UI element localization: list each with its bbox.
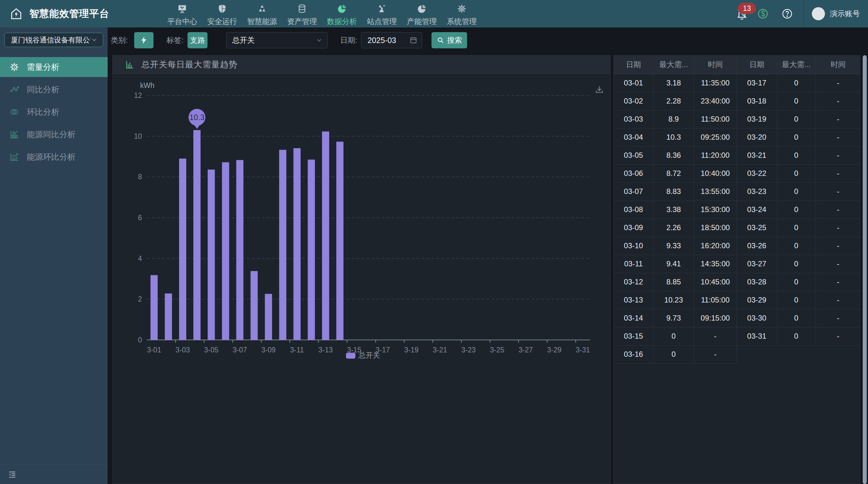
svg-text:8: 8 [138,173,142,181]
table-cell [815,345,861,363]
table-cell: 03-03 [614,110,653,128]
svg-text:3-09: 3-09 [261,346,276,354]
svg-text:10: 10 [134,132,142,140]
table-cell: 03-25 [737,219,777,237]
chart-bar[interactable] [322,132,329,340]
table-cell: 03-17 [737,74,777,92]
table-cell: 03-01 [614,74,653,92]
scatter-icon [9,85,19,95]
table-cell: - [815,291,861,309]
chart-bar[interactable] [265,294,272,340]
table-cell: - [815,219,861,237]
chart-bar[interactable] [150,275,158,340]
nav-item-站点管理[interactable]: 站点管理 [362,1,402,27]
sidebar-item-label: 同比分析 [27,84,59,95]
trend-chart-icon [9,152,19,162]
demand-data-table: 日期最大需...时间日期最大需...时间 03-013.1811:35:0003… [614,56,861,364]
chart-bar[interactable] [208,170,215,340]
chart-bar[interactable] [236,160,243,340]
table-cell: 9.33 [653,237,694,255]
sidebar-item-label: 需量分析 [27,62,59,73]
nav-item-数据分析[interactable]: 数据分析 [322,1,362,27]
table-row: 03-038.911:50:0003-190- [614,110,861,128]
nav-item-资产管理[interactable]: 资产管理 [282,1,322,27]
table-cell: 9.41 [653,255,694,273]
nav-item-平台中心[interactable]: 平台中心 [162,1,202,27]
avatar[interactable] [812,7,825,20]
chart-bar[interactable] [179,159,186,340]
svg-text:6: 6 [138,214,142,222]
tag-branch-button[interactable]: 支路 [187,32,208,49]
sidebar-menu: 需量分析同比分析环比分析能源同比分析能源环比分析 [0,57,107,167]
chart-panel-body: kWh 0246810123-013-033-053-073-093-113-1… [113,74,610,484]
table-cell: 03-07 [614,183,653,200]
table-cell: 03-06 [614,164,653,183]
link-circle-icon[interactable] [757,8,769,19]
table-cell: 16:20:00 [694,237,737,255]
sidebar-item-同比分析[interactable]: 同比分析 [0,79,107,99]
table-cell: 10:40:00 [694,164,737,183]
table-cell: - [815,273,861,291]
sidebar-item-能源同比分析[interactable]: 能源同比分析 [0,124,107,144]
chart-bar[interactable] [308,160,315,340]
chart-bar[interactable] [251,271,258,340]
chart-canvas[interactable]: 0246810123-013-033-053-073-093-113-133-1… [113,74,610,484]
table-row: 03-1310.2311:05:0003-290- [614,291,861,309]
nav-item-label: 智慧能源 [247,17,277,27]
svg-text:3-01: 3-01 [147,346,161,354]
recycle-icon [257,4,267,14]
svg-text:4: 4 [138,255,142,263]
nav-item-安全运行[interactable]: 安全运行 [202,1,242,27]
table-cell: 13:55:00 [694,183,737,200]
nav-item-label: 站点管理 [367,17,397,27]
help-icon[interactable] [782,8,793,19]
chart-bar[interactable] [293,148,301,340]
company-select[interactable]: 厦门锐谷通信设备有限公司 [4,33,103,47]
category-electric-button[interactable] [134,32,154,49]
nav-item-label: 平台中心 [167,17,197,27]
chart-bar[interactable] [336,141,343,340]
notifications-button[interactable]: 13 [736,8,748,20]
chart-bar[interactable] [222,162,229,340]
chart-bar[interactable] [193,130,200,340]
table-cell: 0 [777,237,815,255]
breaker-select[interactable]: 总开关 [226,32,328,49]
table-cell: 03-10 [614,237,653,255]
sidebar-item-label: 能源环比分析 [27,152,75,162]
table-cell: 8.85 [653,273,694,291]
nav-item-产能管理[interactable]: 产能管理 [402,1,442,27]
table-column-header: 日期 [737,56,777,74]
table-cell: 0 [777,146,815,164]
table-cell: 8.72 [653,164,694,183]
account-name[interactable]: 演示账号 [830,9,860,19]
nav-item-智慧能源[interactable]: 智慧能源 [242,1,282,27]
table-cell: 3.18 [653,74,694,92]
table-cell: 03-04 [614,128,653,146]
table-column-header: 日期 [614,56,653,74]
collapse-sidebar-icon[interactable] [7,470,17,479]
table-cell: 10:45:00 [694,273,737,291]
sidebar-item-能源环比分析[interactable]: 能源环比分析 [0,147,107,167]
svg-text:2: 2 [138,295,142,303]
chart-bar[interactable] [165,293,172,340]
table-cell: 0 [777,219,815,237]
table-cell: 0 [653,327,694,345]
nav-item-label: 数据分析 [327,17,357,27]
nav-item-系统管理[interactable]: 系统管理 [442,1,482,27]
table-cell: - [694,327,737,345]
table-cell [737,345,777,363]
sidebar-item-环比分析[interactable]: 环比分析 [0,102,107,122]
chart-bar[interactable] [279,150,286,340]
table-body: 03-013.1811:35:0003-170-03-022.2823:40:0… [614,74,861,363]
vertical-scrollbar[interactable] [863,55,867,484]
date-picker[interactable]: 2025-03 [361,32,422,49]
nav-item-label: 产能管理 [407,17,437,27]
header-divider [803,0,804,27]
rings-icon [9,107,19,117]
sidebar-item-label: 能源同比分析 [27,129,75,140]
search-button[interactable]: 搜索 [432,32,467,49]
table-row: 03-092.2618:50:0003-250- [614,219,861,237]
table-cell: - [815,146,861,164]
date-label: 日期: [340,35,357,45]
sidebar-item-需量分析[interactable]: 需量分析 [0,57,107,77]
